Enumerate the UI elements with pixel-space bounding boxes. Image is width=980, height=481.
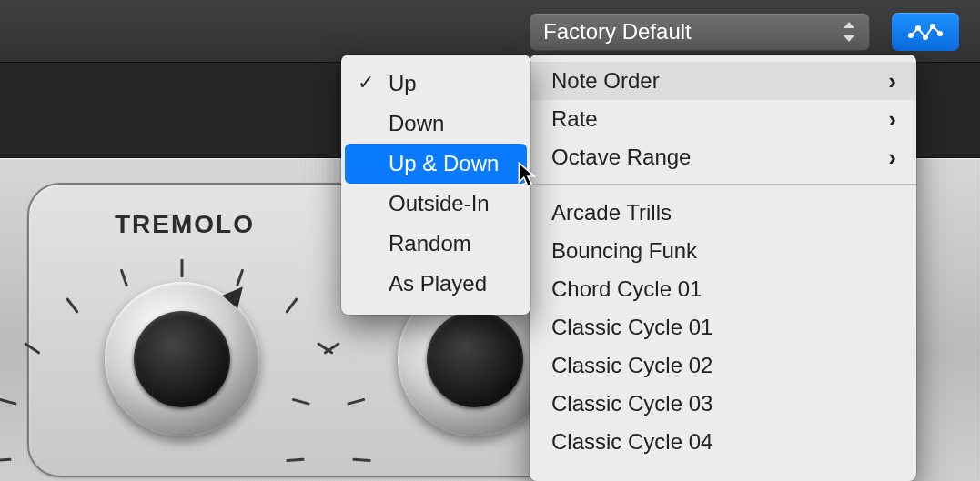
menu-item-preset[interactable]: Classic Cycle 04: [530, 423, 916, 461]
knob-tick-icon: [66, 297, 79, 314]
preset-label: Factory Default: [543, 19, 692, 45]
menu-item-label: Note Order: [551, 68, 660, 94]
menu-item-preset[interactable]: Bouncing Funk: [530, 232, 916, 270]
menu-item-label: Bouncing Funk: [551, 238, 697, 264]
knob-tick-icon: [24, 342, 40, 355]
submenu-item-label: Up: [389, 71, 417, 96]
menu-item-rate[interactable]: Rate ›: [530, 100, 916, 138]
submenu-item-as-played[interactable]: As Played: [345, 264, 527, 304]
menu-item-label: Classic Cycle 04: [551, 429, 712, 455]
preset-select[interactable]: Factory Default: [530, 13, 870, 51]
menu-item-label: Classic Cycle 01: [551, 315, 712, 340]
menu-item-preset[interactable]: Arcade Trills: [530, 194, 916, 232]
submenu-item-random[interactable]: Random: [345, 224, 527, 264]
submenu-item-label: Random: [389, 231, 471, 256]
updown-arrows-icon: [842, 22, 856, 42]
knob-cap: [134, 311, 230, 407]
knob-tick-icon: [0, 398, 17, 406]
submenu-item-up[interactable]: ✓ Up: [345, 64, 527, 104]
knob-tick-icon: [285, 297, 298, 314]
knob-tick-icon: [0, 458, 12, 462]
chevron-right-icon: ›: [888, 67, 896, 95]
preset-actions-menu: Note Order › Rate › Octave Range › Arcad…: [530, 55, 916, 481]
menu-item-label: Octave Range: [551, 145, 691, 170]
knob-tick-icon: [120, 269, 128, 287]
chevron-right-icon: ›: [888, 144, 896, 172]
menu-item-label: Chord Cycle 01: [551, 276, 702, 302]
submenu-item-label: Up & Down: [389, 151, 499, 176]
menu-item-note-order[interactable]: Note Order ›: [530, 62, 916, 100]
submenu-item-outside-in[interactable]: Outside-In: [345, 184, 527, 224]
knob-tick-icon: [181, 259, 184, 277]
menu-item-label: Arcade Trills: [551, 200, 672, 225]
menu-item-label: Classic Cycle 02: [551, 353, 712, 378]
tremolo-knob-1[interactable]: [64, 241, 300, 477]
menu-item-preset[interactable]: Classic Cycle 03: [530, 385, 916, 423]
submenu-item-label: Down: [389, 111, 444, 136]
menu-item-label: Rate: [551, 106, 598, 132]
menu-item-preset[interactable]: Classic Cycle 01: [530, 308, 916, 346]
checkmark-icon: ✓: [358, 71, 374, 95]
submenu-item-up-and-down[interactable]: Up & Down: [345, 144, 527, 184]
section-title: TREMOLO: [115, 210, 255, 239]
knob-cap: [427, 311, 523, 407]
menu-item-octave-range[interactable]: Octave Range ›: [530, 138, 916, 176]
chevron-right-icon: ›: [888, 105, 896, 134]
submenu-item-label: Outside-In: [389, 191, 490, 216]
menu-item-preset[interactable]: Classic Cycle 02: [530, 346, 916, 385]
compare-button[interactable]: [892, 13, 959, 51]
menu-item-preset[interactable]: Chord Cycle 01: [530, 270, 916, 308]
submenu-item-down[interactable]: Down: [345, 104, 527, 144]
menu-item-label: Classic Cycle 03: [551, 391, 712, 416]
menu-separator: [530, 184, 916, 185]
submenu-item-label: As Played: [389, 271, 487, 296]
note-order-submenu: ✓ Up Down Up & Down Outside-In Random As…: [341, 55, 530, 315]
waveform-icon: [906, 21, 945, 43]
knob-tick-icon: [286, 458, 304, 462]
